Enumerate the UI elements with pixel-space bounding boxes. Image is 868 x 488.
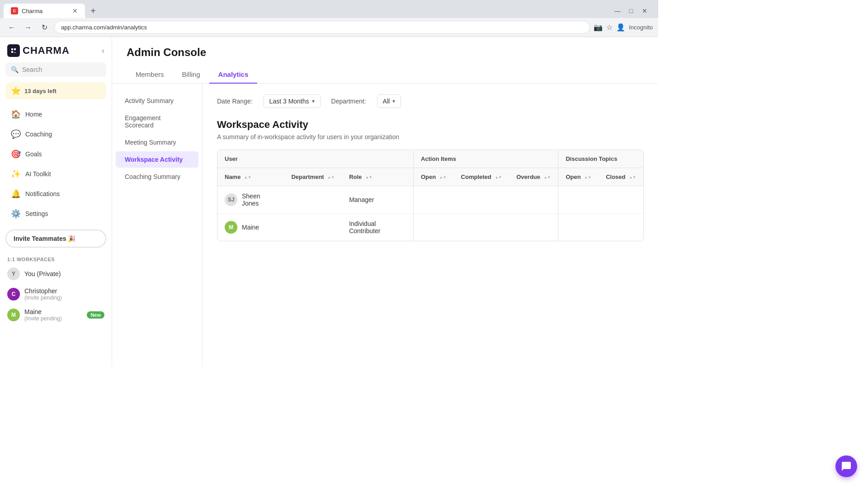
col-disc-closed[interactable]: Closed ▲▼: [599, 168, 643, 186]
profile-icon[interactable]: 👤: [616, 23, 625, 32]
trial-badge: ⭐ 13 days left: [5, 82, 106, 99]
subnav-activity-summary[interactable]: Activity Summary: [116, 93, 198, 109]
sidebar-item-home[interactable]: 🏠 Home: [4, 105, 108, 124]
bookmark-icon[interactable]: ☆: [606, 23, 613, 32]
url-bar[interactable]: app.charma.com/admin/analytics: [54, 21, 590, 34]
col-role[interactable]: Role ▲▼: [342, 168, 413, 186]
address-actions: 📷 ☆ 👤 Incognito: [594, 23, 653, 32]
workspace-info: Maine (Invite pending): [24, 308, 82, 322]
cell-disc-closed: [599, 186, 643, 214]
close-window-button[interactable]: ✕: [638, 5, 651, 17]
cell-open: [413, 214, 453, 241]
col-department[interactable]: Department ▲▼: [284, 168, 342, 186]
workspaces-section-label: 1:1 Workspaces: [0, 253, 112, 264]
col-overdue[interactable]: Overdue ▲▼: [509, 168, 558, 186]
table-row: SJ Sheen Jones Manager: [217, 186, 643, 214]
avatar: SJ: [225, 193, 237, 206]
workspace-activity-desc: A summary of in-workspace activity for u…: [217, 133, 644, 141]
incognito-label: Incognito: [629, 24, 653, 31]
subnav-coaching-summary[interactable]: Coaching Summary: [116, 169, 198, 185]
sidebar-item-ai-toolkit[interactable]: ✨ AI Toolkit: [4, 164, 108, 183]
browser-chrome: C Charma ✕ + — □ ✕ ← → ↻ app.charma.com/…: [0, 0, 658, 37]
home-icon: 🏠: [11, 109, 21, 119]
sidebar-item-coaching[interactable]: 💬 Coaching: [4, 125, 108, 144]
minimize-button[interactable]: —: [611, 5, 624, 17]
workspace-name: You (Private): [24, 270, 104, 277]
sidebar-item-label: Notifications: [25, 190, 60, 197]
subnav-engagement-scorecard[interactable]: Engagement Scorecard: [116, 110, 198, 133]
workspace-name: Christopher: [24, 287, 104, 295]
active-tab[interactable]: C Charma ✕: [4, 4, 85, 18]
workspace-item-maine[interactable]: M Maine (Invite pending) New: [0, 305, 112, 325]
search-icon: 🔍: [11, 66, 19, 73]
sidebar-item-label: Settings: [25, 210, 48, 217]
sidebar-item-label: Coaching: [25, 131, 52, 138]
date-range-value: Last 3 Months: [269, 98, 309, 105]
app: CHARMA ‹ 🔍 Search ⭐ 13 days left 🏠 Home …: [0, 37, 658, 367]
sidebar-item-label: Goals: [25, 150, 42, 158]
content-area: Date Range: Last 3 Months ▾ Department: …: [203, 84, 658, 367]
col-completed[interactable]: Completed ▲▼: [454, 168, 509, 186]
sidebar-item-label: AI Toolkit: [25, 170, 51, 178]
coaching-icon: 💬: [11, 129, 21, 139]
date-range-label: Date Range:: [217, 98, 253, 105]
avatar: Y: [7, 267, 20, 280]
search-bar[interactable]: 🔍 Search: [5, 62, 106, 77]
tab-members[interactable]: Members: [127, 66, 173, 84]
workspace-item-you[interactable]: Y You (Private): [0, 264, 112, 284]
workspace-item-christopher[interactable]: C Christopher (Invite pending): [0, 284, 112, 305]
activity-table: User Action Items Discussion Topics: [217, 150, 643, 241]
cell-completed: [454, 186, 509, 214]
tab-billing[interactable]: Billing: [173, 66, 209, 84]
col-disc-open[interactable]: Open ▲▼: [558, 168, 599, 186]
window-controls: — □ ✕: [611, 5, 655, 17]
col-open[interactable]: Open ▲▼: [413, 168, 453, 186]
cell-overdue: [509, 214, 558, 241]
department-select[interactable]: All ▾: [377, 94, 401, 108]
cell-role: Individual Contributer: [342, 214, 413, 241]
sidebar-item-settings[interactable]: ⚙️ Settings: [4, 204, 108, 223]
sort-icon: ▲▼: [365, 176, 373, 179]
tab-bar: C Charma ✕ + — □ ✕: [0, 0, 658, 18]
cell-department: [284, 186, 342, 214]
tab-analytics[interactable]: Analytics: [209, 66, 258, 84]
workspace-activity-table: User Action Items Discussion Topics: [217, 150, 644, 241]
cell-name: SJ Sheen Jones: [217, 186, 284, 214]
tab-title: Charma: [22, 8, 42, 14]
sort-icon: ▲▼: [584, 176, 591, 179]
sort-icon: ▲▼: [327, 176, 335, 179]
sidebar-item-label: Home: [25, 111, 42, 118]
back-button[interactable]: ←: [5, 21, 18, 34]
forward-button[interactable]: →: [22, 21, 34, 34]
workspace-info: Christopher (Invite pending): [24, 287, 104, 301]
reload-button[interactable]: ↻: [38, 21, 51, 34]
new-tab-button[interactable]: +: [87, 5, 99, 17]
workspace-sub: (Invite pending): [24, 295, 104, 301]
sidebar-item-goals[interactable]: 🎯 Goals: [4, 145, 108, 164]
maximize-button[interactable]: □: [625, 5, 637, 17]
cell-disc-open: [558, 186, 599, 214]
sort-icon: ▲▼: [439, 176, 447, 179]
date-range-select[interactable]: Last 3 Months ▾: [264, 94, 321, 108]
logo-icon: [7, 44, 20, 57]
department-value: All: [383, 98, 390, 105]
subnav-workspace-activity[interactable]: Workspace Activity: [116, 151, 198, 168]
invite-teammates-button[interactable]: Invite Teammates 🎉: [5, 230, 106, 248]
cell-disc-open: [558, 214, 599, 241]
user-name: Sheen Jones: [242, 192, 277, 207]
notifications-icon: 🔔: [11, 189, 21, 199]
filter-bar: Date Range: Last 3 Months ▾ Department: …: [217, 94, 644, 108]
trial-icon: ⭐: [11, 86, 21, 96]
camera-off-icon[interactable]: 📷: [594, 23, 603, 32]
cell-overdue: [509, 186, 558, 214]
subnav-meeting-summary[interactable]: Meeting Summary: [116, 134, 198, 150]
sidebar-item-notifications[interactable]: 🔔 Notifications: [4, 184, 108, 203]
col-name[interactable]: Name ▲▼: [217, 168, 284, 186]
tab-close-btn[interactable]: ✕: [72, 7, 78, 14]
user-group-header: User: [217, 150, 413, 168]
search-placeholder: Search: [22, 66, 42, 73]
collapse-sidebar-button[interactable]: ‹: [102, 46, 104, 56]
settings-icon: ⚙️: [11, 209, 21, 219]
logo: CHARMA: [7, 44, 70, 57]
page-title: Admin Console: [127, 46, 644, 59]
